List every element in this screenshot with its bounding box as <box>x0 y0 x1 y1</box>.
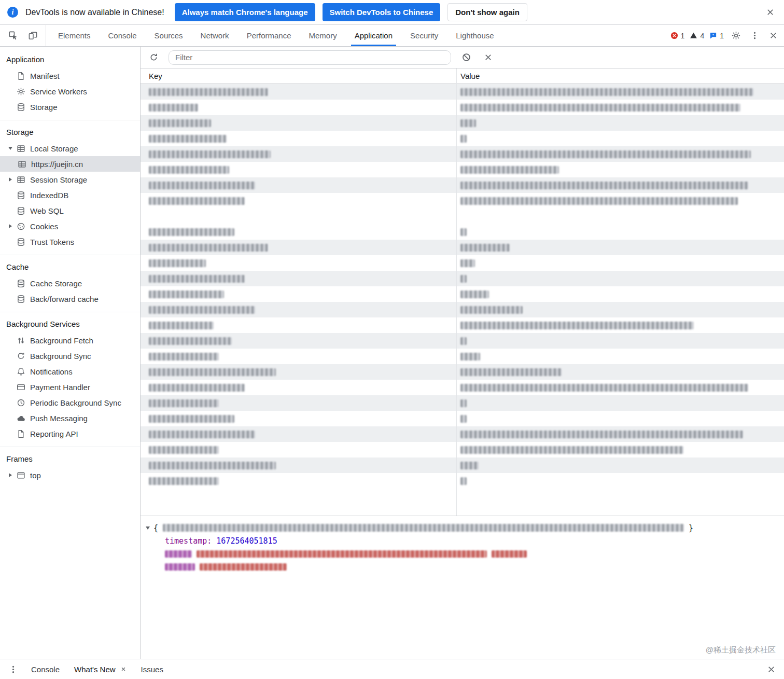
value-cell[interactable] <box>456 182 784 189</box>
sidebar-item-top[interactable]: top <box>0 467 140 483</box>
filter-input[interactable] <box>169 50 451 65</box>
key-cell[interactable] <box>141 290 456 298</box>
table-row[interactable] <box>141 411 784 426</box>
key-cell[interactable] <box>141 384 456 392</box>
inspect-icon[interactable] <box>6 29 20 43</box>
sidebar-item-background-sync[interactable]: Background Sync <box>0 348 140 364</box>
table-row[interactable] <box>141 395 784 411</box>
key-cell[interactable] <box>141 104 456 112</box>
chevron-right-icon[interactable] <box>4 473 17 477</box>
table-row[interactable] <box>141 193 784 209</box>
key-cell[interactable] <box>141 306 456 314</box>
tab-performance[interactable]: Performance <box>238 25 300 46</box>
table-row[interactable] <box>141 317 784 333</box>
value-cell[interactable] <box>456 306 784 314</box>
devtools-close-icon[interactable] <box>766 29 780 43</box>
table-row[interactable] <box>141 286 784 302</box>
chevron-down-icon[interactable] <box>4 147 17 150</box>
value-cell[interactable] <box>456 322 784 329</box>
value-cell[interactable] <box>456 104 784 112</box>
sidebar-item-https-juejin-cn[interactable]: https://juejin.cn <box>0 156 140 172</box>
value-cell[interactable] <box>456 275 784 283</box>
tab-security[interactable]: Security <box>401 25 447 46</box>
value-cell[interactable] <box>456 353 784 361</box>
table-row[interactable] <box>141 364 784 380</box>
table-row[interactable] <box>141 209 784 224</box>
key-cell[interactable] <box>141 446 456 454</box>
value-cell[interactable] <box>456 88 784 96</box>
column-header-key[interactable]: Key <box>141 72 456 80</box>
error-badge[interactable]: 1 <box>670 32 685 40</box>
switch-to-chinese-button[interactable]: Switch DevTools to Chinese <box>323 3 441 21</box>
table-row[interactable] <box>141 380 784 395</box>
key-cell[interactable] <box>141 353 456 361</box>
sidebar-item-storage[interactable]: Storage <box>0 99 140 115</box>
key-cell[interactable] <box>141 166 456 174</box>
dont-show-again-button[interactable]: Don't show again <box>447 3 527 21</box>
table-row[interactable] <box>141 224 784 240</box>
table-row[interactable] <box>141 115 784 131</box>
issues-badge[interactable]: 1 <box>709 32 724 40</box>
sidebar-item-notifications[interactable]: Notifications <box>0 364 140 379</box>
key-cell[interactable] <box>141 135 456 143</box>
match-language-button[interactable]: Always match Chrome's language <box>175 3 315 21</box>
sidebar-item-payment-handler[interactable]: Payment Handler <box>0 379 140 395</box>
value-cell[interactable] <box>456 446 784 454</box>
key-cell[interactable] <box>141 275 456 283</box>
table-row[interactable] <box>141 333 784 349</box>
value-cell[interactable] <box>456 166 784 174</box>
table-row[interactable] <box>141 240 784 255</box>
table-row[interactable] <box>141 162 784 177</box>
device-toolbar-icon[interactable] <box>26 29 39 43</box>
value-cell[interactable] <box>456 259 784 267</box>
sidebar-item-manifest[interactable]: Manifest <box>0 68 140 84</box>
sidebar-item-service-workers[interactable]: Service Workers <box>0 84 140 99</box>
column-divider[interactable] <box>456 68 457 516</box>
key-cell[interactable] <box>141 259 456 267</box>
key-cell[interactable] <box>141 415 456 423</box>
tab-lighthouse[interactable]: Lighthouse <box>447 25 502 46</box>
tab-application[interactable]: Application <box>346 25 401 46</box>
refresh-icon[interactable] <box>147 51 160 64</box>
drawer-close-icon[interactable] <box>764 662 778 676</box>
key-cell[interactable] <box>141 462 456 469</box>
tab-memory[interactable]: Memory <box>300 25 346 46</box>
drawer-tab-what-s-new[interactable]: What's New <box>74 665 127 674</box>
tab-network[interactable]: Network <box>192 25 238 46</box>
key-cell[interactable] <box>141 322 456 329</box>
key-cell[interactable] <box>141 368 456 376</box>
drawer-tab-issues[interactable]: Issues <box>141 665 163 674</box>
infobar-close-icon[interactable] <box>763 6 777 19</box>
value-cell[interactable] <box>456 244 784 252</box>
key-cell[interactable] <box>141 150 456 158</box>
value-cell[interactable] <box>456 368 784 376</box>
key-cell[interactable] <box>141 431 456 438</box>
value-cell[interactable] <box>456 415 784 423</box>
sidebar-item-cache-storage[interactable]: Cache Storage <box>0 275 140 291</box>
chevron-right-icon[interactable] <box>4 224 17 228</box>
drawer-tab-console[interactable]: Console <box>31 665 60 674</box>
table-row[interactable] <box>141 271 784 286</box>
value-cell[interactable] <box>456 337 784 345</box>
clear-storage-icon[interactable] <box>459 51 473 64</box>
value-cell[interactable] <box>456 228 784 236</box>
delete-selected-icon[interactable] <box>481 51 495 64</box>
table-row[interactable] <box>141 131 784 146</box>
value-cell[interactable] <box>456 399 784 407</box>
sidebar-item-web-sql[interactable]: Web SQL <box>0 203 140 218</box>
tab-console[interactable]: Console <box>100 25 146 46</box>
tab-elements[interactable]: Elements <box>49 25 100 46</box>
more-menu-icon[interactable] <box>748 29 761 43</box>
sidebar-item-indexeddb[interactable]: IndexedDB <box>0 187 140 203</box>
key-cell[interactable] <box>141 88 456 96</box>
table-row[interactable] <box>141 458 784 473</box>
drawer-menu-icon[interactable] <box>6 662 20 676</box>
table-row[interactable] <box>141 255 784 271</box>
key-cell[interactable] <box>141 477 456 485</box>
value-cell[interactable] <box>456 290 784 298</box>
key-cell[interactable] <box>141 337 456 345</box>
value-cell[interactable] <box>456 135 784 143</box>
sidebar-item-back-forward-cache[interactable]: Back/forward cache <box>0 291 140 307</box>
value-cell[interactable] <box>456 150 784 158</box>
chevron-right-icon[interactable] <box>4 177 17 182</box>
